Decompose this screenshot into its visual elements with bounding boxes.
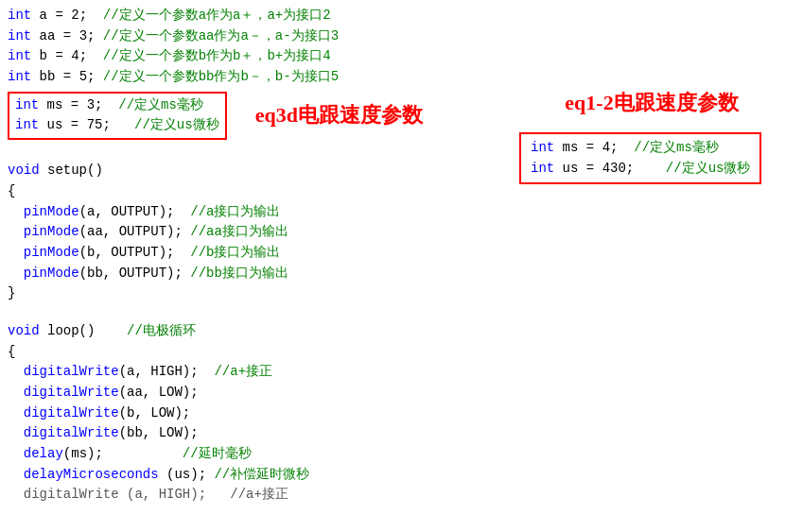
- blank2: [8, 304, 493, 321]
- indent: [8, 423, 24, 444]
- right-panel: eq1-2电跟速度参数 int ms = 4; //定义ms毫秒 int us …: [500, 4, 803, 528]
- blank1: [8, 144, 493, 161]
- pinmode-comment-b: //b接口为输出: [190, 243, 280, 264]
- pinmode-fn-b: pinMode: [24, 243, 79, 264]
- indent: [8, 202, 24, 223]
- dw-bb-low: digitalWrite(bb, LOW);: [8, 423, 493, 444]
- comment-bb: //定义一个参数bb作为b－，b-为接口5: [95, 67, 339, 88]
- indent: [8, 403, 24, 424]
- code-rest-aa: aa = 3;: [31, 26, 95, 47]
- dw-comment-a-high: //a+接正: [214, 362, 272, 383]
- loop-signature: void loop() //电极循环: [8, 321, 493, 342]
- code-line-aa: int aa = 3; //定义一个参数aa作为a－，a-为接口3: [8, 26, 493, 47]
- left-panel: int a = 2; //定义一个参数a作为a＋，a+为接口2 int aa =…: [0, 4, 500, 528]
- indent: [8, 222, 24, 243]
- right-ms-comment: //定义ms毫秒: [618, 138, 718, 159]
- void-kw: void: [8, 161, 40, 181]
- pinmode-fn-bb: pinMode: [24, 264, 79, 284]
- right-ms-code: ms = 4;: [554, 138, 618, 159]
- setup-brace-open: {: [8, 181, 493, 202]
- delay-micros-fn: delayMicroseconds: [24, 465, 159, 486]
- delay-comment: //延时毫秒: [183, 444, 252, 465]
- indent: [8, 465, 24, 486]
- delay-micros-args: (us);: [159, 465, 215, 486]
- loop-comment: //电极循环: [127, 321, 196, 342]
- right-kw-us: int: [531, 159, 554, 180]
- partial-bottom-line: digitalWrite (a, HIGH); //a+接正: [8, 485, 493, 506]
- setup-text: setup(): [40, 161, 103, 181]
- code-rest-a: a = 2;: [31, 6, 87, 26]
- right-ms-line: int ms = 4; //定义ms毫秒: [531, 138, 750, 159]
- ms-us-block: int ms = 3; //定义ms毫秒 int us = 75; //定义us…: [8, 90, 493, 142]
- loop-text: loop(): [40, 321, 127, 342]
- dw-a-high: digitalWrite(a, HIGH); //a+接正: [8, 362, 493, 383]
- dw-args-b-low: (b, LOW);: [119, 403, 191, 424]
- pinmode-aa: pinMode(aa, OUTPUT); //aa接口为输出: [8, 222, 493, 243]
- pinmode-comment-aa: //aa接口为输出: [190, 222, 288, 243]
- pinmode-comment-a: //a接口为输出: [190, 202, 280, 223]
- highlight-ms-us: int ms = 3; //定义ms毫秒 int us = 75; //定义us…: [8, 92, 227, 140]
- dw-aa-low: digitalWrite(aa, LOW);: [8, 383, 493, 403]
- us-line: int us = 75; //定义us微秒: [15, 115, 219, 136]
- loop-brace: {: [8, 342, 15, 363]
- kw-int-bb: int: [8, 67, 31, 88]
- dw-args-aa-low: (aa, LOW);: [119, 383, 199, 403]
- pinmode-args-a: (a, OUTPUT);: [79, 202, 191, 223]
- pinmode-args-bb: (bb, OUTPUT);: [79, 264, 191, 284]
- code-line-b: int b = 4; //定义一个参数b作为b＋，b+为接口4: [8, 46, 493, 67]
- code-line-bb: int bb = 5; //定义一个参数bb作为b－，b-为接口5: [8, 67, 493, 88]
- dw-fn-bb-low: digitalWrite: [24, 423, 119, 444]
- eq3d-label: eq3d电跟速度参数: [255, 101, 423, 129]
- void-loop-kw: void: [8, 321, 40, 342]
- right-us-code: us = 430;: [554, 159, 634, 180]
- indent: [8, 444, 24, 465]
- code-rest-b: b = 4;: [31, 46, 87, 67]
- delay-micros: delayMicroseconds (us); //补偿延时微秒: [8, 465, 493, 486]
- comment-aa: //定义一个参数aa作为a－，a-为接口3: [95, 26, 339, 47]
- pinmode-fn-aa: pinMode: [24, 222, 79, 243]
- brace-open: {: [8, 181, 15, 202]
- dw-args-a-high: (a, HIGH);: [119, 362, 215, 383]
- ms-line: int ms = 3; //定义ms毫秒: [15, 95, 219, 116]
- kw-int-a: int: [8, 6, 31, 26]
- delay-micros-comment: //补偿延时微秒: [214, 465, 309, 486]
- kw-us: int: [15, 115, 39, 136]
- delay-ms: delay(ms); //延时毫秒: [8, 444, 493, 465]
- right-kw-ms: int: [531, 138, 554, 159]
- ms-comment: //定义ms毫秒: [102, 95, 202, 116]
- kw-int-b: int: [8, 46, 31, 67]
- kw-int-aa: int: [8, 26, 31, 47]
- comment-a: //定义一个参数a作为a＋，a+为接口2: [87, 6, 331, 26]
- us-comment: //定义us微秒: [111, 115, 219, 136]
- right-us-line: int us = 430; //定义us微秒: [531, 159, 750, 180]
- pinmode-b: pinMode(b, OUTPUT); //b接口为输出: [8, 243, 493, 264]
- code-line-a: int a = 2; //定义一个参数a作为a＋，a+为接口2: [8, 6, 493, 26]
- indent: [8, 243, 24, 264]
- main-container: int a = 2; //定义一个参数a作为a＋，a+为接口2 int aa =…: [0, 0, 803, 532]
- us-code: us = 75;: [39, 115, 111, 136]
- dw-fn-aa-low: digitalWrite: [24, 383, 119, 403]
- pinmode-fn-a: pinMode: [24, 202, 79, 223]
- delay-fn: delay: [24, 444, 63, 465]
- loop-brace-open: {: [8, 342, 493, 363]
- pinmode-args-b: (b, OUTPUT);: [79, 243, 191, 264]
- right-content: eq1-2电跟速度参数 int ms = 4; //定义ms毫秒 int us …: [519, 89, 784, 184]
- dw-args-bb-low: (bb, LOW);: [119, 423, 199, 444]
- brace-close: }: [8, 283, 15, 304]
- indent: [8, 264, 24, 284]
- kw-ms: int: [15, 95, 39, 116]
- setup-brace-close: }: [8, 283, 493, 304]
- pinmode-bb: pinMode(bb, OUTPUT); //bb接口为输出: [8, 264, 493, 284]
- ms-code: ms = 3;: [39, 95, 102, 116]
- right-us-comment: //定义us微秒: [634, 159, 750, 180]
- delay-args: (ms);: [63, 444, 183, 465]
- dw-fn-a-high: digitalWrite: [24, 362, 119, 383]
- setup-signature: void setup(): [8, 161, 493, 181]
- dw-fn-b-low: digitalWrite: [24, 403, 119, 424]
- pinmode-comment-bb: //bb接口为输出: [190, 264, 288, 284]
- code-rest-bb: bb = 5;: [31, 67, 95, 88]
- indent: [8, 362, 24, 383]
- eq12-label: eq1-2电跟速度参数: [519, 89, 784, 117]
- pinmode-args-aa: (aa, OUTPUT);: [79, 222, 191, 243]
- right-code-box: int ms = 4; //定义ms毫秒 int us = 430; //定义u…: [519, 132, 761, 184]
